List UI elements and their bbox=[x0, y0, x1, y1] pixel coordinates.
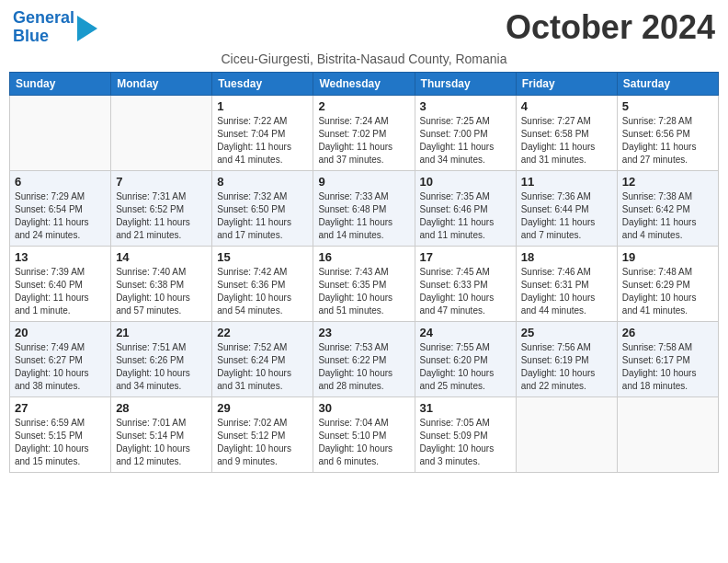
day-info: Sunrise: 7:46 AMSunset: 6:31 PMDaylight:… bbox=[521, 266, 612, 317]
calendar-cell bbox=[516, 396, 617, 472]
day-number: 2 bbox=[318, 99, 409, 113]
calendar-week-5: 27Sunrise: 6:59 AMSunset: 5:15 PMDayligh… bbox=[10, 396, 719, 472]
day-info: Sunrise: 7:28 AMSunset: 6:56 PMDaylight:… bbox=[622, 115, 713, 167]
day-number: 17 bbox=[420, 250, 511, 264]
day-number: 21 bbox=[116, 326, 207, 339]
calendar-cell: 21Sunrise: 7:51 AMSunset: 6:26 PMDayligh… bbox=[111, 321, 212, 396]
day-info: Sunrise: 7:38 AMSunset: 6:42 PMDaylight:… bbox=[622, 190, 713, 242]
day-info: Sunrise: 7:29 AMSunset: 6:54 PMDaylight:… bbox=[15, 190, 106, 242]
day-info: Sunrise: 7:27 AMSunset: 6:58 PMDaylight:… bbox=[521, 115, 612, 167]
day-info: Sunrise: 7:58 AMSunset: 6:17 PMDaylight:… bbox=[622, 341, 713, 393]
calendar-cell: 24Sunrise: 7:55 AMSunset: 6:20 PMDayligh… bbox=[415, 321, 516, 396]
title-block: October 2024 bbox=[506, 9, 715, 46]
calendar-cell: 1Sunrise: 7:22 AMSunset: 7:04 PMDaylight… bbox=[212, 95, 313, 170]
calendar-cell: 10Sunrise: 7:35 AMSunset: 6:46 PMDayligh… bbox=[415, 170, 516, 246]
day-number: 19 bbox=[622, 250, 713, 264]
day-number: 24 bbox=[420, 326, 511, 339]
day-number: 23 bbox=[318, 326, 409, 339]
day-number: 28 bbox=[116, 401, 207, 415]
day-number: 27 bbox=[15, 401, 106, 415]
day-number: 14 bbox=[116, 250, 207, 264]
day-info: Sunrise: 7:25 AMSunset: 7:00 PMDaylight:… bbox=[420, 115, 511, 167]
day-number: 9 bbox=[318, 175, 409, 189]
day-number: 29 bbox=[217, 401, 308, 415]
header: General Blue October 2024 bbox=[9, 9, 719, 46]
calendar-cell: 8Sunrise: 7:32 AMSunset: 6:50 PMDaylight… bbox=[212, 170, 313, 246]
logo-text: General Blue bbox=[13, 9, 74, 46]
calendar-header-row: SundayMondayTuesdayWednesdayThursdayFrid… bbox=[10, 72, 719, 95]
day-info: Sunrise: 7:35 AMSunset: 6:46 PMDaylight:… bbox=[420, 190, 511, 242]
day-number: 13 bbox=[15, 250, 106, 264]
calendar-cell: 13Sunrise: 7:39 AMSunset: 6:40 PMDayligh… bbox=[10, 246, 111, 321]
day-info: Sunrise: 7:22 AMSunset: 7:04 PMDaylight:… bbox=[217, 115, 308, 167]
day-number: 1 bbox=[217, 99, 308, 113]
calendar-body: 1Sunrise: 7:22 AMSunset: 7:04 PMDaylight… bbox=[10, 95, 719, 472]
day-number: 7 bbox=[116, 175, 207, 189]
calendar-cell: 30Sunrise: 7:04 AMSunset: 5:10 PMDayligh… bbox=[313, 396, 415, 472]
month-title: October 2024 bbox=[506, 9, 715, 46]
day-info: Sunrise: 7:40 AMSunset: 6:38 PMDaylight:… bbox=[116, 266, 207, 317]
day-info: Sunrise: 7:55 AMSunset: 6:20 PMDaylight:… bbox=[420, 341, 511, 393]
calendar-cell: 19Sunrise: 7:48 AMSunset: 6:29 PMDayligh… bbox=[617, 246, 718, 321]
day-number: 20 bbox=[15, 326, 106, 339]
day-header-wednesday: Wednesday bbox=[313, 72, 415, 95]
calendar-cell: 12Sunrise: 7:38 AMSunset: 6:42 PMDayligh… bbox=[617, 170, 718, 246]
day-header-tuesday: Tuesday bbox=[212, 72, 313, 95]
calendar-cell: 15Sunrise: 7:42 AMSunset: 6:36 PMDayligh… bbox=[212, 246, 313, 321]
day-number: 12 bbox=[622, 175, 713, 189]
calendar-cell bbox=[10, 95, 111, 170]
day-info: Sunrise: 7:42 AMSunset: 6:36 PMDaylight:… bbox=[217, 266, 308, 317]
day-info: Sunrise: 7:48 AMSunset: 6:29 PMDaylight:… bbox=[622, 266, 713, 317]
calendar-week-2: 6Sunrise: 7:29 AMSunset: 6:54 PMDaylight… bbox=[10, 170, 719, 246]
day-header-friday: Friday bbox=[516, 72, 617, 95]
calendar-week-3: 13Sunrise: 7:39 AMSunset: 6:40 PMDayligh… bbox=[10, 246, 719, 321]
calendar-cell: 28Sunrise: 7:01 AMSunset: 5:14 PMDayligh… bbox=[111, 396, 212, 472]
logo-arrow-icon bbox=[77, 16, 97, 41]
subtitle: Ciceu-Giurgesti, Bistrita-Nasaud County,… bbox=[9, 52, 719, 66]
day-info: Sunrise: 6:59 AMSunset: 5:15 PMDaylight:… bbox=[15, 417, 106, 468]
day-number: 22 bbox=[217, 326, 308, 339]
day-number: 4 bbox=[521, 99, 612, 113]
calendar-cell: 20Sunrise: 7:49 AMSunset: 6:27 PMDayligh… bbox=[10, 321, 111, 396]
day-number: 11 bbox=[521, 175, 612, 189]
logo: General Blue bbox=[13, 9, 97, 46]
calendar-cell: 14Sunrise: 7:40 AMSunset: 6:38 PMDayligh… bbox=[111, 246, 212, 321]
day-number: 30 bbox=[318, 401, 409, 415]
calendar-cell: 29Sunrise: 7:02 AMSunset: 5:12 PMDayligh… bbox=[212, 396, 313, 472]
calendar-cell: 22Sunrise: 7:52 AMSunset: 6:24 PMDayligh… bbox=[212, 321, 313, 396]
day-info: Sunrise: 7:39 AMSunset: 6:40 PMDaylight:… bbox=[15, 266, 106, 317]
calendar-table: SundayMondayTuesdayWednesdayThursdayFrid… bbox=[9, 72, 719, 473]
day-number: 10 bbox=[420, 175, 511, 189]
calendar-cell: 18Sunrise: 7:46 AMSunset: 6:31 PMDayligh… bbox=[516, 246, 617, 321]
calendar-cell: 4Sunrise: 7:27 AMSunset: 6:58 PMDaylight… bbox=[516, 95, 617, 170]
day-header-sunday: Sunday bbox=[10, 72, 111, 95]
calendar-cell: 25Sunrise: 7:56 AMSunset: 6:19 PMDayligh… bbox=[516, 321, 617, 396]
calendar-cell: 5Sunrise: 7:28 AMSunset: 6:56 PMDaylight… bbox=[617, 95, 718, 170]
day-number: 25 bbox=[521, 326, 612, 339]
calendar-cell: 3Sunrise: 7:25 AMSunset: 7:00 PMDaylight… bbox=[415, 95, 516, 170]
day-number: 5 bbox=[622, 99, 713, 113]
calendar-cell: 2Sunrise: 7:24 AMSunset: 7:02 PMDaylight… bbox=[313, 95, 415, 170]
calendar-cell: 17Sunrise: 7:45 AMSunset: 6:33 PMDayligh… bbox=[415, 246, 516, 321]
day-number: 8 bbox=[217, 175, 308, 189]
day-info: Sunrise: 7:45 AMSunset: 6:33 PMDaylight:… bbox=[420, 266, 511, 317]
calendar-week-1: 1Sunrise: 7:22 AMSunset: 7:04 PMDaylight… bbox=[10, 95, 719, 170]
calendar-cell: 9Sunrise: 7:33 AMSunset: 6:48 PMDaylight… bbox=[313, 170, 415, 246]
day-info: Sunrise: 7:53 AMSunset: 6:22 PMDaylight:… bbox=[318, 341, 409, 393]
calendar-cell bbox=[111, 95, 212, 170]
day-info: Sunrise: 7:01 AMSunset: 5:14 PMDaylight:… bbox=[116, 417, 207, 468]
day-info: Sunrise: 7:24 AMSunset: 7:02 PMDaylight:… bbox=[318, 115, 409, 167]
calendar-cell: 11Sunrise: 7:36 AMSunset: 6:44 PMDayligh… bbox=[516, 170, 617, 246]
calendar-cell: 31Sunrise: 7:05 AMSunset: 5:09 PMDayligh… bbox=[415, 396, 516, 472]
day-number: 16 bbox=[318, 250, 409, 264]
day-header-thursday: Thursday bbox=[415, 72, 516, 95]
calendar-cell: 27Sunrise: 6:59 AMSunset: 5:15 PMDayligh… bbox=[10, 396, 111, 472]
day-number: 6 bbox=[15, 175, 106, 189]
day-info: Sunrise: 7:32 AMSunset: 6:50 PMDaylight:… bbox=[217, 190, 308, 242]
day-info: Sunrise: 7:43 AMSunset: 6:35 PMDaylight:… bbox=[318, 266, 409, 317]
day-header-saturday: Saturday bbox=[617, 72, 718, 95]
day-header-monday: Monday bbox=[111, 72, 212, 95]
calendar-cell: 16Sunrise: 7:43 AMSunset: 6:35 PMDayligh… bbox=[313, 246, 415, 321]
calendar-cell: 6Sunrise: 7:29 AMSunset: 6:54 PMDaylight… bbox=[10, 170, 111, 246]
calendar-cell: 26Sunrise: 7:58 AMSunset: 6:17 PMDayligh… bbox=[617, 321, 718, 396]
